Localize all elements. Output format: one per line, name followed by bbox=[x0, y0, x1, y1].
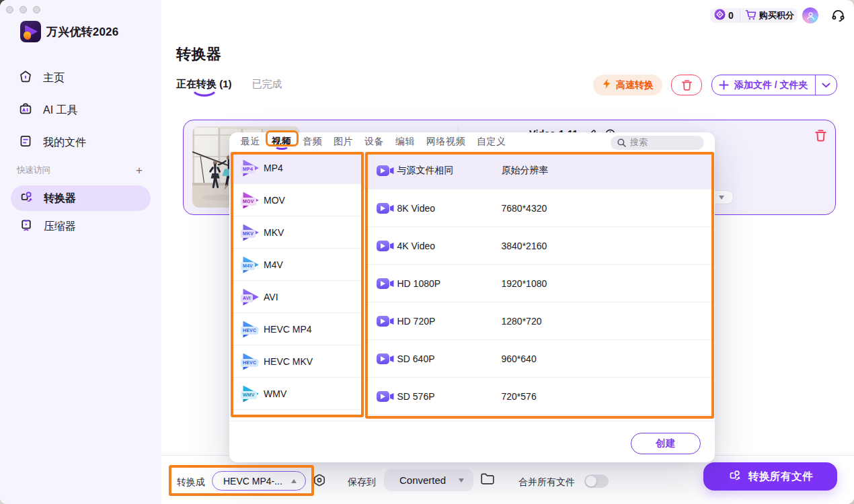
lightning-icon bbox=[602, 79, 612, 91]
app-window: 万兴优转2026 主页 AI 工具 我的文件 bbox=[0, 0, 854, 504]
format-option[interactable]: AVI AVI bbox=[229, 281, 364, 313]
format-icon: M4V bbox=[241, 256, 261, 274]
converter-icon bbox=[728, 468, 742, 485]
resolution-option[interactable]: HD 1080P 1920*1080 bbox=[364, 265, 715, 302]
converter-icon bbox=[19, 190, 34, 207]
split-button-divider bbox=[815, 75, 816, 95]
sidebar-item-my-files[interactable]: 我的文件 bbox=[0, 126, 161, 159]
resolution-list: 与源文件相同 原始分辨率 8K Video 7680*4320 4K Video… bbox=[364, 152, 715, 421]
format-badge-label: HEVC bbox=[241, 327, 258, 335]
window-zoom-button[interactable] bbox=[33, 6, 40, 13]
video-icon-body bbox=[377, 391, 389, 402]
format-option[interactable]: MKV MKV bbox=[229, 216, 364, 249]
format-icon: MP4 bbox=[241, 159, 261, 177]
popup-tab[interactable]: 网络视频 bbox=[424, 132, 468, 152]
format-option[interactable]: HEVC HEVC MKV bbox=[229, 345, 364, 378]
sidebar-item-label: 主页 bbox=[43, 71, 65, 85]
chevron-down-icon bbox=[822, 83, 830, 88]
caret-up-icon bbox=[291, 479, 297, 483]
my-files-icon bbox=[19, 134, 32, 151]
support-headset-icon[interactable] bbox=[831, 9, 845, 26]
video-icon bbox=[377, 316, 395, 327]
resolution-option[interactable]: 与源文件相同 原始分辨率 bbox=[364, 152, 715, 190]
popup-tab-label: 网络视频 bbox=[426, 136, 465, 148]
format-icon: HEVC bbox=[241, 321, 261, 339]
resolution-option[interactable]: SD 576P 720*576 bbox=[364, 378, 715, 415]
convert-all-button[interactable]: 转换所有文件 bbox=[703, 462, 837, 491]
quick-access-label: 快速访问 bbox=[17, 165, 136, 176]
popup-tab[interactable]: 自定义 bbox=[474, 132, 509, 152]
add-files-split-button: 添加文件 / 文件夹 bbox=[711, 75, 837, 95]
convert-to-label: 转换成 bbox=[177, 476, 205, 489]
app-logo-icon bbox=[20, 21, 41, 42]
merge-files-toggle[interactable] bbox=[584, 474, 609, 488]
video-icon-lens bbox=[390, 243, 394, 249]
resolution-option[interactable]: HD 720P 1280*720 bbox=[364, 302, 715, 340]
format-option[interactable]: HEVC HEVC MP4 bbox=[229, 313, 364, 345]
sidebar-item-label: 我的文件 bbox=[43, 136, 86, 150]
sidebar-item-converter[interactable]: 转换器 bbox=[11, 185, 151, 211]
quick-access-row: 快速访问 + bbox=[0, 160, 161, 180]
popup-tab-label: 音频 bbox=[303, 136, 322, 148]
sidebar: 万兴优转2026 主页 AI 工具 我的文件 bbox=[0, 0, 161, 504]
create-custom-button[interactable]: 创建 bbox=[631, 433, 701, 454]
header-credit-cluster: 0 购买积分 bbox=[710, 8, 798, 23]
format-option[interactable]: MOV MOV bbox=[229, 184, 364, 216]
format-icon: MOV bbox=[241, 192, 261, 210]
popup-footer-divider bbox=[229, 421, 715, 421]
add-files-dropdown-button[interactable] bbox=[816, 75, 837, 95]
active-tab-underline bbox=[274, 142, 289, 150]
credits-badge[interactable]: 0 bbox=[710, 8, 740, 23]
format-option[interactable]: M4V M4V bbox=[229, 249, 364, 281]
clear-tasks-button[interactable] bbox=[671, 75, 702, 95]
add-files-button[interactable]: 添加文件 / 文件夹 bbox=[712, 75, 815, 95]
high-speed-button[interactable]: 高速转换 bbox=[593, 75, 662, 95]
popup-tab[interactable]: 视频 bbox=[269, 132, 294, 152]
save-folder-dropdown[interactable]: Converted bbox=[384, 469, 473, 491]
window-minimize-button[interactable] bbox=[20, 6, 27, 13]
sidebar-item-home[interactable]: 主页 bbox=[0, 62, 161, 94]
window-close-button[interactable] bbox=[6, 6, 13, 13]
sidebar-nav: 主页 AI 工具 我的文件 bbox=[0, 62, 161, 159]
popup-tab[interactable]: 图片 bbox=[331, 132, 356, 152]
search-icon bbox=[617, 138, 626, 147]
sidebar-item-label: AI 工具 bbox=[43, 103, 78, 118]
compressor-icon bbox=[19, 218, 34, 235]
active-tab-underline bbox=[194, 91, 215, 97]
page-title: 转换器 bbox=[176, 44, 222, 65]
cart-icon bbox=[745, 9, 756, 22]
resolution-option[interactable]: 8K Video 7680*4320 bbox=[364, 190, 715, 227]
remove-task-button[interactable] bbox=[814, 129, 827, 145]
video-icon-lens bbox=[390, 355, 394, 362]
tab-finished[interactable]: 已完成 bbox=[252, 78, 282, 91]
trash-icon bbox=[681, 79, 693, 91]
output-format-dropdown[interactable]: HEVC MP4-... bbox=[212, 471, 306, 491]
popup-tab[interactable]: 设备 bbox=[362, 132, 387, 152]
popup-tabs: 最近 视频 音频 图片 设备 编辑 网络视频 自定义 bbox=[238, 132, 509, 152]
sidebar-item-label: 转换器 bbox=[44, 192, 76, 206]
video-icon bbox=[377, 391, 395, 402]
video-icon bbox=[377, 241, 395, 251]
sidebar-item-ai-tools[interactable]: AI 工具 bbox=[0, 94, 161, 126]
format-settings-gear-icon[interactable] bbox=[313, 474, 326, 490]
popup-tab[interactable]: 音频 bbox=[300, 132, 325, 152]
format-option[interactable]: WMV WMV bbox=[229, 378, 364, 410]
open-folder-icon[interactable] bbox=[480, 472, 495, 489]
resolution-option[interactable]: 4K Video 3840*2160 bbox=[364, 227, 715, 265]
resolution-option[interactable]: SD 640P 960*640 bbox=[364, 340, 715, 378]
popup-tab[interactable]: 最近 bbox=[238, 132, 263, 152]
coin-icon bbox=[714, 9, 726, 23]
video-icon-body bbox=[377, 278, 389, 289]
format-option[interactable]: MP4 MP4 bbox=[229, 152, 364, 184]
tab-converting[interactable]: 正在转换 (1) bbox=[176, 78, 232, 91]
avatar[interactable] bbox=[802, 7, 818, 24]
format-badge-label: MKV bbox=[241, 230, 256, 238]
popup-tab[interactable]: 编辑 bbox=[393, 132, 418, 152]
buy-credits-button[interactable]: 购买积分 bbox=[740, 8, 798, 23]
quick-access-add-icon[interactable]: + bbox=[136, 165, 143, 176]
format-badge-label: MOV bbox=[241, 198, 256, 206]
search-input[interactable]: 搜索 bbox=[611, 136, 704, 151]
format-badge-label: WMV bbox=[241, 391, 257, 399]
format-icon: WMV bbox=[241, 385, 261, 403]
sidebar-item-compressor[interactable]: 压缩器 bbox=[11, 214, 151, 239]
